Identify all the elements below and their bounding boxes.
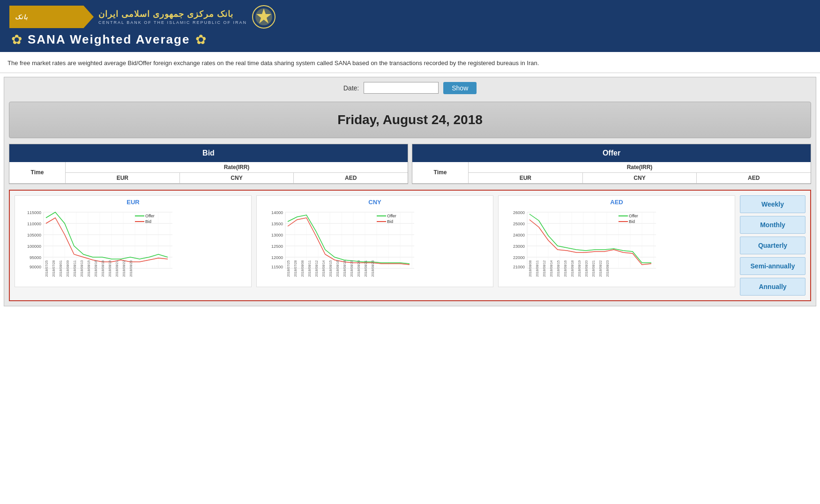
svg-text:2018/08/21: 2018/08/21 — [364, 260, 367, 276]
show-button[interactable]: Show — [443, 82, 477, 94]
offer-header: Offer — [412, 144, 811, 162]
bid-offer-container: Bid Time Rate(IRR) EUR CNY AED Offer Tim… — [9, 144, 811, 184]
svg-text:95000: 95000 — [30, 255, 41, 260]
svg-text:2018/08/18: 2018/08/18 — [101, 260, 104, 276]
svg-text:2018/08/08: 2018/08/08 — [529, 260, 532, 276]
svg-text:110000: 110000 — [27, 222, 41, 226]
aed-chart-svg: 26000 25000 24000 23000 22000 21000 Offe… — [501, 208, 661, 282]
offer-table-headers: Time Rate(IRR) EUR CNY AED — [412, 162, 811, 184]
aed-chart-container: 26000 25000 24000 23000 22000 21000 Offe… — [501, 208, 732, 284]
svg-text:2018/08/11: 2018/08/11 — [73, 260, 76, 276]
page-header: بانک بانک مرکزی جمهوری اسلامی ایران CENT… — [0, 0, 820, 52]
svg-text:2018/08/12: 2018/08/12 — [543, 260, 546, 276]
svg-text:2018/08/15: 2018/08/15 — [557, 260, 560, 276]
svg-text:2018/07/28: 2018/07/28 — [52, 260, 55, 276]
svg-text:2018/08/23: 2018/08/23 — [129, 260, 133, 276]
date-row: Date: Show — [9, 82, 811, 94]
period-buttons: Weekly Monthly Quarterly Semi-annually A… — [740, 195, 805, 296]
svg-text:24000: 24000 — [513, 233, 525, 237]
svg-text:26000: 26000 — [513, 210, 525, 215]
bid-rates-header: Rate(IRR) EUR CNY AED — [66, 162, 408, 184]
svg-text:2018/08/16: 2018/08/16 — [336, 260, 339, 276]
cny-chart-title: CNY — [260, 199, 490, 206]
eur-chart-container: 115000 110000 105000 100000 95000 90000 … — [18, 208, 248, 284]
svg-text:2018/08/11: 2018/08/11 — [308, 260, 311, 276]
offer-rates-header: Rate(IRR) EUR CNY AED — [469, 162, 811, 184]
svg-text:23000: 23000 — [513, 244, 525, 249]
svg-text:2018/08/20: 2018/08/20 — [357, 260, 360, 276]
svg-text:Offer: Offer — [387, 214, 396, 218]
bid-cny-header: CNY — [180, 173, 294, 183]
svg-text:13000: 13000 — [271, 233, 283, 237]
svg-text:2018/08/16: 2018/08/16 — [94, 260, 97, 276]
monthly-button[interactable]: Monthly — [740, 216, 805, 234]
svg-text:2018/08/11: 2018/08/11 — [536, 260, 539, 276]
svg-text:2018/08/22: 2018/08/22 — [122, 260, 126, 276]
quarterly-button[interactable]: Quarterly — [740, 237, 805, 254]
svg-text:115000: 115000 — [27, 210, 41, 215]
offer-rate-label: Rate(IRR) — [469, 162, 811, 173]
eur-chart-title: EUR — [18, 199, 248, 206]
bid-table-headers: Time Rate(IRR) EUR CNY AED — [9, 162, 408, 184]
svg-text:Offer: Offer — [629, 214, 638, 218]
svg-text:Bid: Bid — [629, 219, 635, 224]
bank-logo-text: بانک مرکزی جمهوری اسلامی ایران CENTRAL B… — [98, 9, 247, 25]
sana-right-emblem-icon: ✿ — [195, 32, 206, 47]
svg-text:2018/08/08: 2018/08/08 — [301, 260, 304, 276]
svg-text:2018/08/23: 2018/08/23 — [606, 260, 609, 276]
sana-left-emblem-icon: ✿ — [11, 32, 22, 47]
aed-chart-title: AED — [501, 199, 732, 206]
bid-header: Bid — [9, 144, 408, 162]
offer-aed-header: AED — [697, 173, 811, 183]
eur-chart-svg: 115000 110000 105000 100000 95000 90000 … — [18, 208, 177, 282]
svg-text:2018/08/18: 2018/08/18 — [343, 260, 346, 276]
svg-text:13500: 13500 — [271, 222, 283, 226]
header-top: بانک بانک مرکزی جمهوری اسلامی ایران CENT… — [9, 5, 811, 29]
svg-text:2018/07/25: 2018/07/25 — [45, 260, 48, 276]
bid-time-header: Time — [9, 162, 66, 184]
eur-chart: EUR — [15, 195, 252, 287]
svg-text:2018/08/19: 2018/08/19 — [108, 260, 112, 276]
svg-text:2018/08/12: 2018/08/12 — [315, 260, 318, 276]
sana-title: SANA Weighted Average — [28, 32, 190, 47]
date-input[interactable] — [364, 82, 439, 94]
svg-text:2018/08/15: 2018/08/15 — [329, 260, 332, 276]
annually-button[interactable]: Annually — [740, 278, 805, 296]
current-date-display: Friday, August 24, 2018 — [9, 102, 811, 138]
svg-text:2018/08/16: 2018/08/16 — [564, 260, 567, 276]
cny-chart-svg: 14000 13500 13000 12500 12000 11500 Offe… — [260, 208, 419, 282]
svg-text:Offer: Offer — [145, 214, 155, 218]
semi-annually-button[interactable]: Semi-annually — [740, 257, 805, 275]
svg-text:12000: 12000 — [271, 255, 283, 260]
svg-text:100000: 100000 — [27, 244, 41, 249]
svg-text:Bid: Bid — [387, 219, 393, 224]
svg-text:2018/07/28: 2018/07/28 — [294, 260, 297, 276]
svg-text:Bid: Bid — [145, 219, 151, 224]
cny-chart: CNY — [256, 195, 493, 287]
svg-text:2018/08/18: 2018/08/18 — [571, 260, 574, 276]
offer-cny-header: CNY — [583, 173, 697, 183]
bid-eur-header: EUR — [66, 173, 180, 183]
description-text: The free market rates are weighted avera… — [0, 52, 820, 73]
bank-name-english: CENTRAL BANK OF THE ISLAMIC REPUBLIC OF … — [98, 20, 247, 25]
offer-time-header: Time — [412, 162, 469, 184]
svg-text:14000: 14000 — [271, 210, 283, 215]
svg-text:12500: 12500 — [271, 244, 283, 249]
svg-text:2018/08/23: 2018/08/23 — [371, 260, 374, 276]
offer-currencies: EUR CNY AED — [469, 173, 811, 183]
svg-text:2018/08/21: 2018/08/21 — [115, 260, 119, 276]
bank-name-persian: بانک مرکزی جمهوری اسلامی ایران — [98, 9, 233, 19]
svg-text:2018/08/19: 2018/08/19 — [578, 260, 581, 276]
svg-text:21000: 21000 — [513, 265, 525, 269]
aed-chart: AED — [498, 195, 735, 287]
bank-emblem-icon — [252, 5, 276, 29]
svg-text:2018/08/13: 2018/08/13 — [80, 260, 83, 276]
svg-text:2018/08/22: 2018/08/22 — [599, 260, 602, 276]
svg-text:2018/08/21: 2018/08/21 — [592, 260, 595, 276]
weekly-button[interactable]: Weekly — [740, 195, 805, 213]
date-label: Date: — [343, 84, 359, 92]
svg-text:2018/08/19: 2018/08/19 — [350, 260, 353, 276]
offer-eur-header: EUR — [469, 173, 583, 183]
header-bottom: ✿ SANA Weighted Average ✿ — [9, 32, 811, 47]
main-content: Date: Show Friday, August 24, 2018 Bid T… — [4, 77, 816, 306]
